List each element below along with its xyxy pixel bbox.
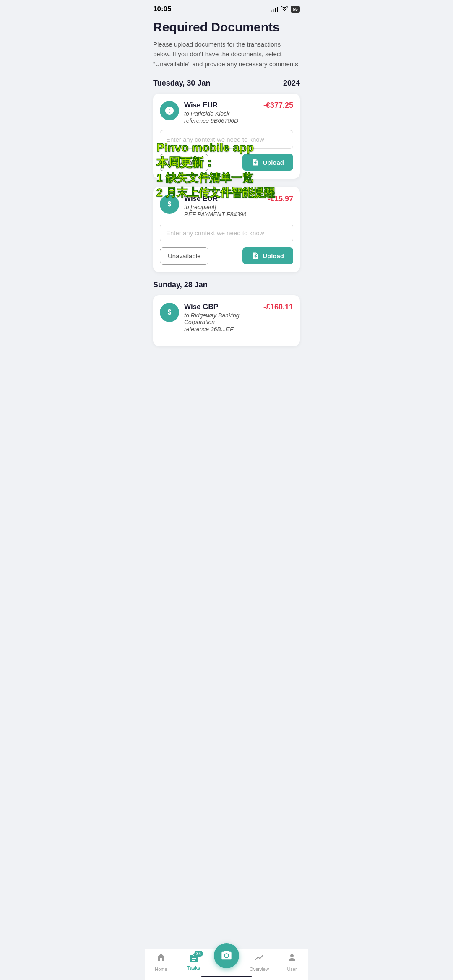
page-description: Please upload documents for the transact…: [153, 39, 300, 69]
transaction-info-3: Wise GBP to Ridgeway Banking Corporation…: [184, 303, 263, 333]
transaction-info-1: Wise EUR to Parkside Kiosk reference 9B6…: [184, 101, 238, 124]
unavailable-button-2[interactable]: Unavailable: [160, 247, 208, 265]
signal-bars-icon: [271, 6, 278, 12]
upload-icon-2: [252, 252, 259, 260]
transaction-ref-2: REF PAYMENT F84396: [184, 211, 247, 218]
transaction-left-1: $ Wise EUR to Parkside Kiosk reference 9…: [160, 101, 238, 124]
transaction-left-3: $ Wise GBP to Ridgeway Banking Corporati…: [160, 303, 263, 333]
status-bar: 10:05 55: [145, 0, 308, 16]
section-year-tue: 2024: [283, 79, 300, 88]
svg-text:$: $: [168, 108, 171, 114]
section-date-tue: Tuesday, 30 Jan: [153, 79, 210, 88]
context-input-2[interactable]: [160, 224, 293, 242]
transaction-header-3: $ Wise GBP to Ridgeway Banking Corporati…: [160, 303, 293, 333]
action-buttons-2: Unavailable Upload: [160, 247, 293, 265]
transaction-header-1: $ Wise EUR to Parkside Kiosk reference 9…: [160, 101, 293, 124]
svg-text:$: $: [168, 309, 172, 316]
transaction-to-2: to [recipient]: [184, 204, 247, 211]
transaction-ref-3: reference 36B...EF: [184, 326, 263, 333]
status-icons: 55: [271, 6, 300, 13]
transaction-icon-3: $: [160, 303, 179, 322]
upload-label-2: Upload: [263, 252, 284, 260]
upload-icon-1: [252, 159, 259, 166]
transaction-icon-1: $: [160, 101, 179, 120]
wifi-icon: [281, 6, 288, 13]
transaction-to-1: to Parkside Kiosk: [184, 110, 238, 117]
transaction-to-3: to Ridgeway Banking Corporation: [184, 312, 263, 325]
section-date-sun: Sunday, 28 Jan: [153, 281, 208, 289]
unavailable-button-1[interactable]: Unavailable: [160, 154, 208, 171]
upload-button-1[interactable]: Upload: [242, 154, 293, 171]
transaction-icon-2: $: [160, 195, 179, 214]
transaction-left-2: $ Wise EUR to [recipient] REF PAYMENT F8…: [160, 195, 247, 218]
transaction-amount-3: -£160.11: [263, 303, 293, 312]
battery-icon: 55: [291, 6, 300, 13]
status-time: 10:05: [153, 5, 171, 13]
section-header-sun: Sunday, 28 Jan: [153, 281, 300, 289]
transaction-name-2: Wise EUR: [184, 195, 247, 203]
transaction-card-1: $ Wise EUR to Parkside Kiosk reference 9…: [153, 94, 300, 179]
transaction-amount-2: -€15.97: [268, 195, 293, 203]
upload-button-2[interactable]: Upload: [242, 247, 293, 264]
context-input-1[interactable]: [160, 130, 293, 149]
svg-text:$: $: [168, 200, 172, 208]
transaction-card-2-wrapper: $ Wise EUR to [recipient] REF PAYMENT F8…: [153, 187, 300, 272]
page-title: Required Documents: [153, 20, 300, 34]
transaction-header-2: $ Wise EUR to [recipient] REF PAYMENT F8…: [160, 195, 293, 218]
transaction-card-3: $ Wise GBP to Ridgeway Banking Corporati…: [153, 295, 300, 346]
main-content: Required Documents Please upload documen…: [145, 16, 308, 396]
action-buttons-1: Unavailable Upload: [160, 154, 293, 171]
section-header-tue: Tuesday, 30 Jan 2024: [153, 79, 300, 88]
transaction-info-2: Wise EUR to [recipient] REF PAYMENT F843…: [184, 195, 247, 218]
transaction-name-1: Wise EUR: [184, 101, 238, 109]
transaction-ref-1: reference 9B66706D: [184, 117, 238, 124]
transaction-name-3: Wise GBP: [184, 303, 263, 311]
transaction-amount-1: -€377.25: [263, 101, 293, 110]
transaction-card-2: $ Wise EUR to [recipient] REF PAYMENT F8…: [153, 187, 300, 272]
upload-label-1: Upload: [263, 159, 284, 166]
